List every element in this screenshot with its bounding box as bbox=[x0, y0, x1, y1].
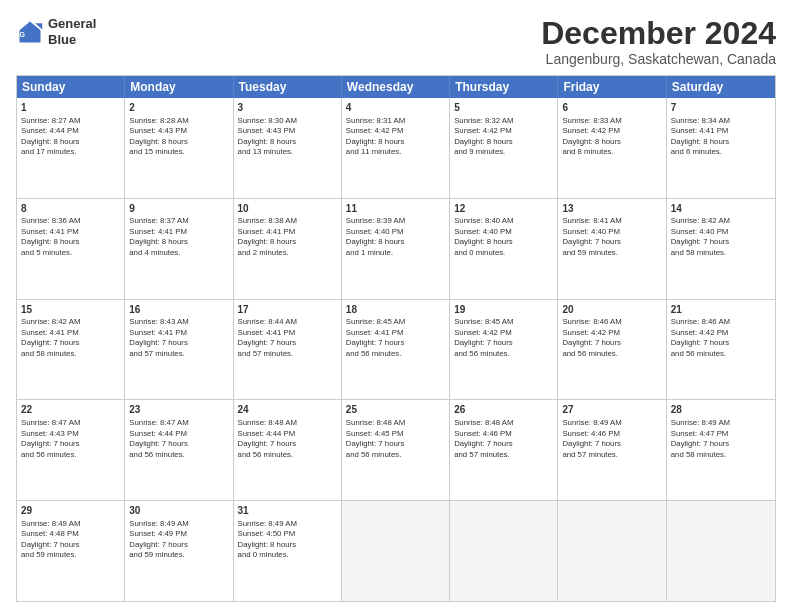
day-info-line: Sunset: 4:49 PM bbox=[129, 529, 228, 540]
day-info-line: Sunrise: 8:37 AM bbox=[129, 216, 228, 227]
day-info-line: Sunrise: 8:27 AM bbox=[21, 116, 120, 127]
day-info-line: Daylight: 7 hours bbox=[671, 237, 771, 248]
day-info-line: Sunrise: 8:42 AM bbox=[21, 317, 120, 328]
day-number: 27 bbox=[562, 403, 661, 417]
day-info-line: and 4 minutes. bbox=[129, 248, 228, 259]
day-info-line: Sunrise: 8:28 AM bbox=[129, 116, 228, 127]
day-info-line: Sunrise: 8:34 AM bbox=[671, 116, 771, 127]
day-number: 18 bbox=[346, 303, 445, 317]
day-info-line: Daylight: 7 hours bbox=[129, 540, 228, 551]
day-number: 29 bbox=[21, 504, 120, 518]
day-number: 12 bbox=[454, 202, 553, 216]
day-info-line: Sunset: 4:46 PM bbox=[562, 429, 661, 440]
day-info-line: Sunset: 4:42 PM bbox=[346, 126, 445, 137]
day-info-line: Sunset: 4:47 PM bbox=[671, 429, 771, 440]
cal-cell: 4Sunrise: 8:31 AMSunset: 4:42 PMDaylight… bbox=[342, 98, 450, 198]
day-info-line: Sunrise: 8:49 AM bbox=[129, 519, 228, 530]
day-info-line: Sunrise: 8:42 AM bbox=[671, 216, 771, 227]
cal-row-4: 29Sunrise: 8:49 AMSunset: 4:48 PMDayligh… bbox=[17, 501, 775, 601]
day-info-line: and 0 minutes. bbox=[454, 248, 553, 259]
cal-cell: 14Sunrise: 8:42 AMSunset: 4:40 PMDayligh… bbox=[667, 199, 775, 299]
calendar-body: 1Sunrise: 8:27 AMSunset: 4:44 PMDaylight… bbox=[17, 98, 775, 601]
day-info-line: Daylight: 8 hours bbox=[346, 137, 445, 148]
day-info-line: Daylight: 8 hours bbox=[238, 237, 337, 248]
day-info-line: Sunrise: 8:39 AM bbox=[346, 216, 445, 227]
day-number: 23 bbox=[129, 403, 228, 417]
cal-cell: 12Sunrise: 8:40 AMSunset: 4:40 PMDayligh… bbox=[450, 199, 558, 299]
day-number: 2 bbox=[129, 101, 228, 115]
logo-icon: G bbox=[16, 18, 44, 46]
day-info-line: Sunrise: 8:33 AM bbox=[562, 116, 661, 127]
cal-header-cell-monday: Monday bbox=[125, 76, 233, 98]
day-number: 26 bbox=[454, 403, 553, 417]
cal-cell: 21Sunrise: 8:46 AMSunset: 4:42 PMDayligh… bbox=[667, 300, 775, 400]
day-info-line: Sunrise: 8:49 AM bbox=[238, 519, 337, 530]
cal-cell: 27Sunrise: 8:49 AMSunset: 4:46 PMDayligh… bbox=[558, 400, 666, 500]
cal-cell: 13Sunrise: 8:41 AMSunset: 4:40 PMDayligh… bbox=[558, 199, 666, 299]
day-info-line: Sunset: 4:40 PM bbox=[346, 227, 445, 238]
cal-cell bbox=[342, 501, 450, 601]
day-info-line: Sunset: 4:44 PM bbox=[21, 126, 120, 137]
cal-cell: 23Sunrise: 8:47 AMSunset: 4:44 PMDayligh… bbox=[125, 400, 233, 500]
day-info-line: Sunset: 4:43 PM bbox=[21, 429, 120, 440]
day-info-line: Sunrise: 8:49 AM bbox=[562, 418, 661, 429]
day-info-line: Daylight: 8 hours bbox=[346, 237, 445, 248]
day-number: 21 bbox=[671, 303, 771, 317]
day-info-line: Sunset: 4:43 PM bbox=[238, 126, 337, 137]
day-info-line: and 9 minutes. bbox=[454, 147, 553, 158]
day-info-line: Sunset: 4:44 PM bbox=[129, 429, 228, 440]
day-info-line: Sunrise: 8:43 AM bbox=[129, 317, 228, 328]
page: G General Blue December 2024 Langenburg,… bbox=[0, 0, 792, 612]
day-info-line: Sunrise: 8:49 AM bbox=[671, 418, 771, 429]
cal-cell: 31Sunrise: 8:49 AMSunset: 4:50 PMDayligh… bbox=[234, 501, 342, 601]
day-info-line: and 56 minutes. bbox=[238, 450, 337, 461]
calendar-header: SundayMondayTuesdayWednesdayThursdayFrid… bbox=[17, 76, 775, 98]
cal-cell: 3Sunrise: 8:30 AMSunset: 4:43 PMDaylight… bbox=[234, 98, 342, 198]
day-info-line: Sunrise: 8:30 AM bbox=[238, 116, 337, 127]
day-info-line: Daylight: 8 hours bbox=[238, 540, 337, 551]
day-info-line: and 58 minutes. bbox=[671, 450, 771, 461]
logo: G General Blue bbox=[16, 16, 96, 47]
calendar: SundayMondayTuesdayWednesdayThursdayFrid… bbox=[16, 75, 776, 602]
day-info-line: Sunrise: 8:49 AM bbox=[21, 519, 120, 530]
cal-cell bbox=[450, 501, 558, 601]
cal-cell bbox=[667, 501, 775, 601]
day-info-line: Daylight: 7 hours bbox=[21, 540, 120, 551]
day-info-line: Daylight: 8 hours bbox=[671, 137, 771, 148]
cal-cell: 10Sunrise: 8:38 AMSunset: 4:41 PMDayligh… bbox=[234, 199, 342, 299]
day-info-line: Sunset: 4:40 PM bbox=[454, 227, 553, 238]
day-info-line: and 57 minutes. bbox=[562, 450, 661, 461]
day-info-line: Sunset: 4:41 PM bbox=[671, 126, 771, 137]
day-info-line: Sunset: 4:41 PM bbox=[129, 328, 228, 339]
day-info-line: and 59 minutes. bbox=[129, 550, 228, 561]
cal-cell: 20Sunrise: 8:46 AMSunset: 4:42 PMDayligh… bbox=[558, 300, 666, 400]
cal-cell: 16Sunrise: 8:43 AMSunset: 4:41 PMDayligh… bbox=[125, 300, 233, 400]
day-info-line: Sunset: 4:40 PM bbox=[562, 227, 661, 238]
day-info-line: Daylight: 7 hours bbox=[562, 237, 661, 248]
svg-text:G: G bbox=[20, 31, 26, 38]
cal-cell: 22Sunrise: 8:47 AMSunset: 4:43 PMDayligh… bbox=[17, 400, 125, 500]
cal-cell: 6Sunrise: 8:33 AMSunset: 4:42 PMDaylight… bbox=[558, 98, 666, 198]
day-info-line: Daylight: 7 hours bbox=[562, 338, 661, 349]
cal-row-0: 1Sunrise: 8:27 AMSunset: 4:44 PMDaylight… bbox=[17, 98, 775, 199]
day-number: 9 bbox=[129, 202, 228, 216]
day-info-line: and 59 minutes. bbox=[21, 550, 120, 561]
logo-line1: General bbox=[48, 16, 96, 32]
day-number: 28 bbox=[671, 403, 771, 417]
day-info-line: Sunset: 4:42 PM bbox=[562, 328, 661, 339]
day-info-line: Sunrise: 8:47 AM bbox=[21, 418, 120, 429]
day-info-line: and 13 minutes. bbox=[238, 147, 337, 158]
day-info-line: Sunrise: 8:46 AM bbox=[671, 317, 771, 328]
cal-header-cell-tuesday: Tuesday bbox=[234, 76, 342, 98]
day-info-line: and 6 minutes. bbox=[671, 147, 771, 158]
day-info-line: and 58 minutes. bbox=[671, 248, 771, 259]
day-info-line: Sunrise: 8:41 AM bbox=[562, 216, 661, 227]
day-info-line: Sunrise: 8:48 AM bbox=[454, 418, 553, 429]
cal-cell: 8Sunrise: 8:36 AMSunset: 4:41 PMDaylight… bbox=[17, 199, 125, 299]
cal-cell: 25Sunrise: 8:48 AMSunset: 4:45 PMDayligh… bbox=[342, 400, 450, 500]
day-info-line: Daylight: 7 hours bbox=[346, 439, 445, 450]
day-info-line: Daylight: 8 hours bbox=[21, 137, 120, 148]
day-info-line: Sunrise: 8:32 AM bbox=[454, 116, 553, 127]
day-number: 15 bbox=[21, 303, 120, 317]
day-info-line: Sunrise: 8:38 AM bbox=[238, 216, 337, 227]
